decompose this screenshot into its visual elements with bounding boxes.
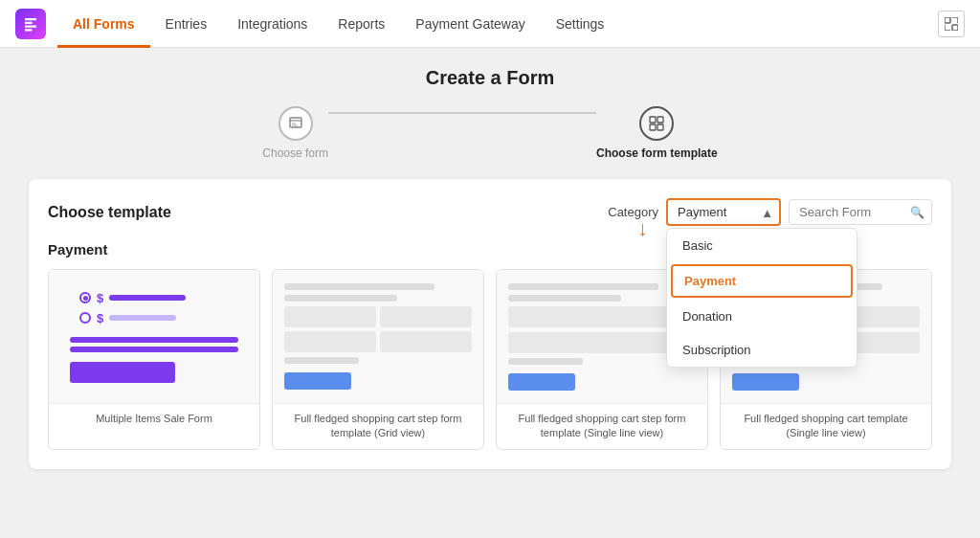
preview-full-bar-1 bbox=[70, 337, 238, 343]
nav-item-integrations[interactable]: Integrations bbox=[222, 0, 323, 48]
preview-grid bbox=[284, 306, 472, 352]
template-label-0: Multiple Items Sale Form bbox=[49, 404, 259, 434]
category-select[interactable]: Payment Basic Donation Subscription bbox=[666, 198, 781, 226]
preview-submit-3 bbox=[732, 373, 799, 391]
pbox-2 bbox=[380, 306, 472, 327]
arrow-indicator: ↓ bbox=[637, 216, 648, 241]
preview-bar-1 bbox=[109, 295, 186, 301]
svg-rect-11 bbox=[657, 117, 663, 123]
dropdown-option-basic[interactable]: Basic bbox=[667, 229, 857, 262]
nav-item-all-forms[interactable]: All Forms bbox=[57, 0, 150, 48]
nav-item-settings[interactable]: Settings bbox=[541, 0, 620, 48]
step-circle-1 bbox=[278, 106, 313, 141]
pbox-3 bbox=[284, 331, 376, 352]
step-connector bbox=[328, 112, 596, 114]
svg-rect-12 bbox=[650, 124, 656, 130]
category-dropdown-wrapper: Payment Basic Donation Subscription ▲ bbox=[666, 198, 781, 226]
template-label-2: Full fledged shopping cart step form tem… bbox=[497, 404, 707, 449]
steps-bar: Choose form Choose form template bbox=[29, 106, 951, 160]
radio-unchecked bbox=[79, 312, 91, 324]
nav-item-entries[interactable]: Entries bbox=[150, 0, 223, 48]
step-choose-form: Choose form bbox=[262, 106, 328, 160]
pline-6 bbox=[508, 358, 583, 365]
pline-2 bbox=[284, 295, 397, 302]
page-body: Create a Form Choose form bbox=[0, 48, 980, 538]
svg-rect-13 bbox=[657, 124, 663, 130]
preview-submit-2 bbox=[508, 373, 575, 391]
pline-4 bbox=[508, 283, 658, 290]
pbox-4 bbox=[380, 331, 472, 352]
template-label-1: Full fledged shopping cart step form tem… bbox=[273, 404, 483, 449]
radio-checked bbox=[79, 292, 91, 303]
nav-item-reports[interactable]: Reports bbox=[323, 0, 400, 48]
preview-purple-btn bbox=[70, 362, 175, 383]
preview-full-bar-2 bbox=[70, 347, 238, 352]
svg-rect-0 bbox=[945, 17, 950, 23]
dollar-icon-2: $ bbox=[97, 311, 103, 325]
nav-item-payment-gateway[interactable]: Payment Gateway bbox=[400, 0, 540, 48]
preview-submit-1 bbox=[284, 372, 351, 390]
pline-1 bbox=[284, 283, 434, 290]
dropdown-option-subscription[interactable]: Subscription bbox=[667, 333, 857, 367]
card-title: Choose template bbox=[48, 204, 171, 221]
category-label: Category bbox=[608, 205, 658, 219]
pbox-1 bbox=[284, 306, 376, 327]
template-card-0[interactable]: $ $ M bbox=[48, 269, 260, 450]
card-header: Choose template Category Payment Basic D… bbox=[48, 198, 932, 226]
search-wrapper: 🔍 bbox=[789, 199, 932, 225]
search-icon: 🔍 bbox=[910, 206, 924, 219]
template-card-1[interactable]: Full fledged shopping cart step form tem… bbox=[272, 269, 484, 450]
pline-5 bbox=[508, 295, 621, 302]
radio-row-1: $ bbox=[79, 291, 186, 305]
pline-3 bbox=[284, 357, 359, 364]
preview-lines-2 bbox=[284, 283, 472, 390]
preview-bar-group bbox=[70, 337, 238, 352]
category-dropdown-popup: Basic Payment Donation Subscription bbox=[666, 228, 858, 368]
svg-rect-1 bbox=[952, 25, 958, 31]
expand-icon[interactable] bbox=[938, 11, 965, 37]
template-preview-0: $ $ bbox=[49, 270, 259, 404]
step-choose-template: Choose form template bbox=[596, 106, 718, 160]
preview-bar-2 bbox=[109, 315, 176, 321]
template-label-3: Full fledged shopping cart template (Sin… bbox=[721, 404, 931, 449]
page-title: Create a Form bbox=[29, 67, 951, 89]
step-label-1: Choose form bbox=[262, 146, 328, 160]
radio-row-2: $ bbox=[79, 311, 176, 325]
dropdown-option-donation[interactable]: Donation bbox=[667, 300, 857, 333]
template-preview-1 bbox=[273, 270, 483, 404]
dropdown-option-payment[interactable]: Payment bbox=[671, 264, 853, 298]
top-nav: All Forms Entries Integrations Reports P… bbox=[0, 0, 980, 48]
dollar-icon-1: $ bbox=[97, 291, 103, 305]
app-logo bbox=[15, 9, 46, 39]
svg-rect-10 bbox=[650, 117, 656, 123]
nav-items: All Forms Entries Integrations Reports P… bbox=[57, 0, 938, 48]
expand-controls bbox=[938, 11, 965, 37]
step-circle-2 bbox=[639, 106, 674, 141]
step-label-2: Choose form template bbox=[596, 146, 718, 160]
card-controls: Category Payment Basic Donation Subscrip… bbox=[608, 198, 932, 226]
